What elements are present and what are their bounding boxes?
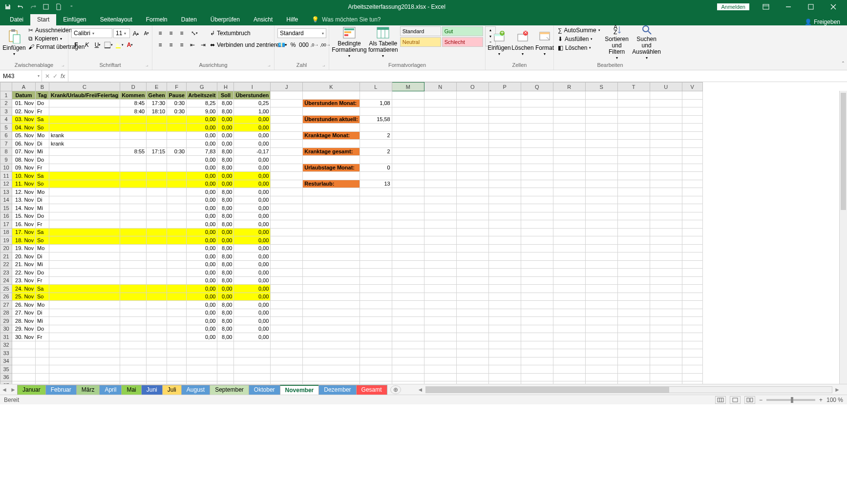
cell[interactable] <box>521 228 553 236</box>
cell[interactable] <box>488 204 521 212</box>
cell[interactable] <box>271 131 303 140</box>
underline-button[interactable]: U▾ <box>93 40 103 50</box>
cell[interactable] <box>617 285 650 293</box>
cell[interactable] <box>585 212 617 220</box>
cell[interactable] <box>488 115 521 124</box>
cell[interactable] <box>650 325 682 333</box>
column-header[interactable]: Q <box>521 83 553 91</box>
cell[interactable] <box>650 91 682 100</box>
cell[interactable] <box>120 301 147 309</box>
cell[interactable] <box>234 373 271 381</box>
cell[interactable] <box>585 309 617 317</box>
cell[interactable] <box>585 91 617 100</box>
cell[interactable] <box>488 107 521 116</box>
cell[interactable]: Do <box>36 99 49 107</box>
tell-me[interactable]: 💡 Was möchten Sie tun? <box>305 14 387 25</box>
cell[interactable] <box>585 357 617 365</box>
row-header[interactable]: 3 <box>0 107 12 116</box>
cell[interactable] <box>617 317 650 325</box>
cell[interactable] <box>120 381 147 384</box>
cell[interactable] <box>617 140 650 148</box>
cell[interactable] <box>271 124 303 132</box>
row-header[interactable]: 5 <box>0 124 12 132</box>
cell[interactable] <box>167 349 187 357</box>
cell[interactable] <box>424 196 456 204</box>
cell[interactable] <box>120 373 147 381</box>
cell[interactable]: 8,00 <box>217 309 234 317</box>
cell[interactable] <box>553 244 585 252</box>
quick-print-icon[interactable] <box>41 2 51 12</box>
cell[interactable] <box>424 107 456 116</box>
cell[interactable] <box>553 196 585 204</box>
cell[interactable] <box>456 301 488 309</box>
align-top-icon[interactable]: ≡ <box>155 28 165 38</box>
cell[interactable]: 0,00 <box>187 228 217 236</box>
enter-formula-icon[interactable]: ✓ <box>53 73 58 80</box>
cell[interactable]: 8,00 <box>217 325 234 333</box>
cell[interactable] <box>424 252 456 261</box>
cell[interactable] <box>650 204 682 212</box>
cell[interactable] <box>682 131 702 140</box>
cell[interactable] <box>456 204 488 212</box>
cell[interactable]: 08. Nov <box>12 156 36 164</box>
cell[interactable]: 8,00 <box>217 204 234 212</box>
cell[interactable] <box>650 244 682 252</box>
column-header[interactable]: E <box>147 83 167 91</box>
cell[interactable] <box>424 276 456 285</box>
cell[interactable]: 17:30 <box>147 99 167 107</box>
cell[interactable]: 8,00 <box>217 212 234 220</box>
cell[interactable] <box>682 99 702 107</box>
cell[interactable]: 0,00 <box>187 269 217 277</box>
cell[interactable] <box>360 381 392 384</box>
cell[interactable] <box>456 91 488 100</box>
cell[interactable] <box>456 99 488 107</box>
cell[interactable] <box>682 188 702 196</box>
cell[interactable] <box>167 276 187 285</box>
cell[interactable] <box>617 124 650 132</box>
cell[interactable]: 0,00 <box>187 212 217 220</box>
cell[interactable] <box>424 115 456 124</box>
cell[interactable] <box>120 325 147 333</box>
cell[interactable]: 07. Nov <box>12 147 36 156</box>
cell[interactable] <box>120 236 147 245</box>
cell[interactable] <box>488 140 521 148</box>
cell[interactable] <box>271 341 303 349</box>
maximize-icon[interactable] <box>800 0 822 14</box>
cell[interactable]: 8:45 <box>120 99 147 107</box>
cell[interactable] <box>682 115 702 124</box>
cell[interactable] <box>650 180 682 188</box>
cell[interactable] <box>36 381 49 384</box>
cell[interactable] <box>553 357 585 365</box>
cell[interactable] <box>147 212 167 220</box>
cell[interactable] <box>360 228 392 236</box>
cell[interactable] <box>392 365 424 374</box>
cell[interactable] <box>682 341 702 349</box>
cell[interactable]: Mi <box>36 317 49 325</box>
cell[interactable] <box>49 349 120 357</box>
cell[interactable] <box>360 325 392 333</box>
cell[interactable] <box>49 236 120 245</box>
cell[interactable] <box>521 91 553 100</box>
cell[interactable] <box>650 236 682 245</box>
cell[interactable] <box>553 115 585 124</box>
cell[interactable] <box>120 124 147 132</box>
cell[interactable] <box>120 220 147 229</box>
cell[interactable] <box>271 365 303 374</box>
cell[interactable] <box>650 140 682 148</box>
cell[interactable]: 20. Nov <box>12 252 36 261</box>
cell[interactable] <box>521 269 553 277</box>
cell[interactable] <box>650 99 682 107</box>
vertical-scrollbar[interactable] <box>839 91 847 384</box>
cell[interactable]: 0,00 <box>187 333 217 341</box>
cell[interactable] <box>585 236 617 245</box>
column-header[interactable]: I <box>234 83 271 91</box>
cell[interactable] <box>488 196 521 204</box>
cell[interactable] <box>456 293 488 301</box>
cell[interactable]: 28. Nov <box>12 317 36 325</box>
cell[interactable] <box>617 188 650 196</box>
style-gut[interactable]: Gut <box>442 26 483 36</box>
cell[interactable] <box>424 147 456 156</box>
tab-pagelayout[interactable]: Seitenlayout <box>93 14 139 25</box>
cell[interactable]: Do <box>36 269 49 277</box>
cell[interactable] <box>303 373 360 381</box>
